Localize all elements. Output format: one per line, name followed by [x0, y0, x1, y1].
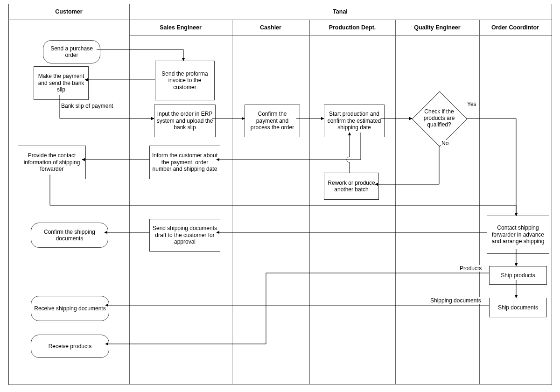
sublane-production: Production Dept.	[309, 20, 395, 35]
node-check-qualified-label: Check if the products are qualified?	[413, 106, 465, 131]
label-no: No	[441, 140, 449, 147]
node-input-erp: Input the order in ERP system and upload…	[154, 105, 216, 137]
lane-header-tanal: Tanal	[129, 4, 551, 20]
node-rework: Rework or produce another batch	[324, 173, 379, 200]
node-receive-products: Receive products	[31, 335, 109, 358]
node-contact-forwarder: Contact shipping forwarder in advance an…	[487, 216, 549, 254]
label-yes: Yes	[467, 101, 477, 107]
sublane-sales-engineer: Sales Engineer	[129, 20, 232, 35]
lane-header-customer: Customer	[8, 4, 129, 20]
label-shipping-docs: Shipping documents	[430, 297, 482, 304]
label-bank-slip: Bank slip of payment	[61, 103, 113, 109]
sublane-order-coord: Order Coordintor	[479, 20, 551, 35]
label-products: Products	[459, 265, 482, 272]
node-send-proforma: Send the proforma invoice to the custome…	[155, 61, 215, 100]
sublane-quality: Quality Engineer	[395, 20, 479, 35]
node-ship-documents: Ship documents	[489, 298, 547, 317]
sublane-cashier: Cashier	[232, 20, 309, 35]
node-receive-docs: Receive shipping documents	[31, 296, 109, 321]
node-inform-customer: Inform the customer about the payment, o…	[149, 146, 220, 179]
node-start-production: Start production and confirm the estimat…	[324, 105, 385, 137]
node-ship-products: Ship products	[489, 266, 547, 285]
node-make-payment: Make the payment and send the bank slip	[34, 66, 89, 100]
node-confirm-docs: Confirm the shipping documents	[31, 223, 108, 248]
node-confirm-payment: Confirm the payment and process the orde…	[245, 105, 300, 137]
node-send-draft-docs: Send shipping documents draft to the cus…	[149, 219, 220, 252]
node-provide-forwarder: Provide the contact information of shipp…	[18, 146, 86, 179]
node-send-po: Send a purchase order	[43, 40, 100, 63]
